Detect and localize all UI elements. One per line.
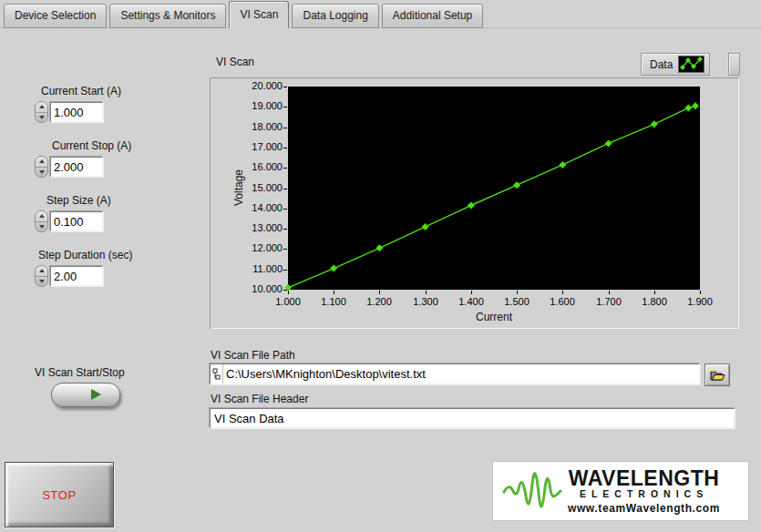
x-tick-label: 1.500 [497, 296, 537, 307]
step-size-input[interactable] [50, 211, 103, 231]
step-duration-label: Step Duration (sec) [38, 249, 132, 261]
legend-edge-strip [728, 53, 740, 76]
y-tick-mark [283, 107, 287, 107]
up-arrow-icon [39, 105, 45, 108]
current-start-control [35, 101, 103, 123]
y-tick-mark [283, 229, 287, 230]
x-tick-mark [288, 291, 289, 294]
wavelength-logo: WAVELENGTH ELECTRONICS www.teamWavelengt… [492, 461, 749, 521]
x-tick-mark [334, 291, 334, 294]
x-tick-label: 1.300 [406, 296, 446, 307]
file-header-input[interactable] [210, 408, 735, 428]
x-tick-label: 1.700 [589, 296, 629, 307]
down-arrow-icon [39, 225, 45, 229]
open-folder-icon [710, 369, 725, 381]
tab-bar: Device Selection Settings & Monitors VI … [0, 0, 761, 28]
down-arrow-icon [39, 170, 45, 174]
y-tick-label: 14.000 [211, 202, 283, 213]
up-arrow-icon [39, 214, 45, 218]
y-tick-label: 17.000 [211, 141, 283, 152]
wavelength-wave-icon [502, 466, 562, 517]
x-tick-mark [379, 291, 380, 294]
tab-settings-monitors[interactable]: Settings & Monitors [109, 4, 226, 28]
logo-text-block: WAVELENGTH ELECTRONICS www.teamWavelengt… [568, 468, 720, 515]
current-stop-control [35, 156, 103, 178]
step-duration-spinner [35, 265, 48, 287]
tab-data-logging[interactable]: Data Logging [292, 4, 378, 28]
vi-scan-start-stop-toggle[interactable] [51, 383, 124, 410]
logo-subtitle: ELECTRONICS [580, 488, 708, 499]
plot-legend[interactable]: Data [641, 53, 710, 76]
current-start-input[interactable] [50, 102, 103, 122]
browse-button[interactable] [704, 363, 730, 386]
up-arrow-icon [39, 269, 45, 272]
step-duration-input[interactable] [50, 266, 103, 286]
y-tick-label: 13.000 [211, 222, 283, 233]
increment-button[interactable] [36, 266, 47, 276]
x-tick-mark [562, 291, 563, 294]
path-type-icon [211, 364, 223, 384]
down-arrow-icon [39, 280, 45, 283]
x-tick-label: 1.100 [314, 296, 354, 307]
y-tick-mark [283, 148, 287, 148]
tab-additional-setup[interactable]: Additional Setup [382, 4, 483, 28]
file-path-label: VI Scan File Path [211, 349, 295, 362]
x-tick-label: 1.000 [268, 296, 308, 307]
x-axis-label: Current [288, 311, 700, 323]
x-tick-label: 1.900 [680, 296, 720, 307]
plot-svg [288, 87, 700, 290]
step-duration-control [35, 265, 103, 287]
toggle-pill [51, 383, 120, 407]
decrement-button[interactable] [36, 112, 47, 123]
x-tick-label: 1.600 [542, 296, 582, 307]
x-tick-mark [609, 291, 610, 294]
current-stop-label: Current Stop (A) [52, 139, 131, 152]
legend-label: Data [650, 58, 673, 71]
y-tick-mark [283, 249, 287, 250]
file-path-input[interactable] [223, 366, 699, 382]
y-tick-label: 18.000 [211, 121, 283, 132]
step-size-label: Step Size (A) [46, 194, 111, 207]
x-tick-mark [654, 291, 655, 294]
decrement-button[interactable] [36, 167, 47, 178]
x-tick-mark [426, 291, 427, 294]
file-header-label: VI Scan File Header [211, 393, 308, 405]
y-tick-mark [283, 290, 287, 291]
y-tick-label: 15.000 [211, 182, 283, 193]
decrement-button[interactable] [36, 221, 47, 232]
tab-strip: Device Selection Settings & Monitors VI … [4, 1, 483, 28]
current-start-spinner [35, 101, 48, 123]
stop-button[interactable]: STOP [5, 462, 114, 527]
y-tick-mark [283, 270, 287, 271]
step-size-control [35, 210, 103, 232]
x-tick-mark [517, 291, 518, 294]
y-tick-mark [283, 189, 287, 189]
decrement-button[interactable] [36, 276, 47, 287]
y-tick-label: 16.000 [211, 161, 283, 172]
plot-area [288, 87, 700, 290]
increment-button[interactable] [36, 157, 47, 167]
file-path-field [210, 363, 700, 384]
x-tick-mark [700, 291, 701, 294]
increment-button[interactable] [36, 211, 47, 221]
y-tick-label: 20.000 [211, 80, 283, 91]
y-tick-mark [283, 87, 287, 87]
current-stop-input[interactable] [50, 157, 103, 177]
y-tick-mark [283, 168, 287, 169]
increment-button[interactable] [36, 102, 47, 112]
logo-title: WAVELENGTH [569, 468, 720, 488]
vi-scan-toggle-label: VI Scan Start/Stop [35, 366, 125, 379]
down-arrow-icon [39, 116, 45, 119]
step-size-spinner [35, 210, 48, 232]
x-tick-mark [471, 291, 472, 294]
chart-title: VI Scan [216, 56, 254, 68]
current-stop-spinner [35, 156, 48, 178]
y-tick-label: 11.000 [211, 263, 283, 274]
tab-vi-scan[interactable]: VI Scan [229, 1, 289, 28]
stop-button-label: STOP [42, 488, 76, 502]
logo-url: www.teamWavelength.com [568, 502, 720, 515]
tab-device-selection[interactable]: Device Selection [4, 4, 107, 28]
y-tick-label: 12.000 [211, 242, 283, 253]
y-tick-mark [283, 128, 287, 128]
y-tick-mark [283, 209, 287, 210]
